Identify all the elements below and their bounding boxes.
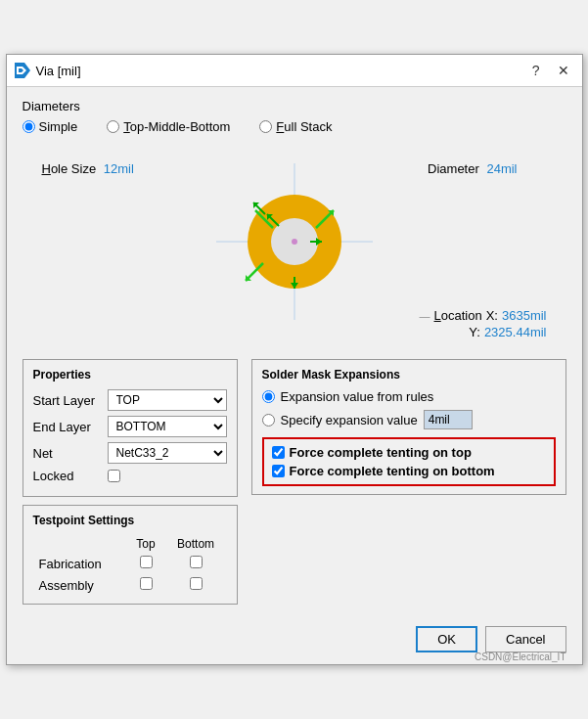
radio-top-middle-bottom[interactable]: Top-Middle-Bottom (107, 119, 230, 134)
solder-row-rules: Expansion value from rules (262, 389, 556, 404)
radio-simple[interactable]: Simple (23, 119, 78, 134)
testpoint-row-fabrication: Fabrication (33, 553, 227, 574)
svg-point-7 (292, 239, 297, 245)
radio-tmb-label: Top-Middle-Bottom (123, 119, 230, 134)
diameters-radio-group: Simple Top-Middle-Bottom Full Stack (23, 119, 566, 134)
testpoint-fabrication-top (126, 553, 164, 574)
cancel-button[interactable]: Cancel (485, 626, 565, 652)
tenting-bottom-row: Force complete tenting on bottom (272, 464, 546, 478)
via-svg-container (197, 154, 392, 333)
watermark: CSDN@Electrical_IT (475, 652, 566, 662)
diameter-label: Diameter (428, 161, 479, 176)
solder-specify-label: Specify expansion value (281, 413, 418, 427)
net-select[interactable]: NetC33_2 GND PWR (108, 442, 227, 464)
locked-label: Locked (33, 469, 102, 483)
fabrication-bottom-checkbox[interactable] (190, 556, 203, 568)
ok-button[interactable]: OK (416, 626, 477, 652)
title-bar: Via [mil] ? ✕ (7, 55, 582, 87)
solder-rules-label: Expansion value from rules (281, 389, 434, 404)
assembly-top-checkbox[interactable] (140, 577, 153, 590)
expansion-value-input[interactable] (424, 410, 473, 429)
prop-row-locked: Locked (33, 469, 227, 483)
radio-full-stack[interactable]: Full Stack (259, 119, 332, 134)
via-svg (197, 154, 392, 330)
solder-specify-radio[interactable] (262, 414, 275, 427)
title-bar-right: ? ✕ (527, 61, 574, 80)
dialog-content: Diameters Simple Top-Middle-Bottom Full … (7, 87, 582, 616)
testpoint-col-top: Top (126, 535, 164, 553)
testpoint-assembly-bottom (165, 574, 227, 596)
location-container: — Location X: 3635mil Y: 2325.44mil (420, 308, 547, 339)
hole-size-label: Hole Size (42, 161, 97, 176)
location-label-text: Location (434, 308, 482, 323)
location-y-label: Y: (469, 325, 480, 339)
app-icon (15, 63, 30, 78)
prop-row-net: Net NetC33_2 GND PWR (33, 442, 227, 464)
prop-row-end-layer: End Layer TOP BOTTOM GND PWR (33, 416, 227, 437)
location-y-value: 2325.44mil (484, 325, 547, 339)
hole-size-container: Hole Size 12mil (42, 161, 134, 176)
button-row: OK Cancel CSDN@Electrical_IT (7, 616, 582, 664)
testpoint-box: Testpoint Settings Top Bottom Fabricatio (23, 505, 238, 605)
properties-title: Properties (33, 368, 227, 382)
tenting-top-checkbox[interactable] (272, 446, 285, 459)
radio-simple-label: Simple (39, 119, 78, 134)
net-label: Net (33, 446, 102, 461)
prop-row-start-layer: Start Layer TOP BOTTOM GND PWR (33, 389, 227, 411)
fabrication-top-checkbox[interactable] (140, 556, 153, 568)
start-layer-select[interactable]: TOP BOTTOM GND PWR (108, 389, 227, 411)
solder-mask-title: Solder Mask Expansions (262, 368, 556, 382)
testpoint-fabrication-label: Fabrication (33, 553, 127, 574)
solder-row-specify: Specify expansion value (262, 410, 556, 429)
solder-rules-radio[interactable] (262, 390, 275, 403)
properties-box: Properties Start Layer TOP BOTTOM GND PW… (23, 359, 238, 497)
diameter-container: Diameter 24mil (428, 161, 517, 176)
help-button[interactable]: ? (527, 61, 545, 80)
radio-fullstack-label: Full Stack (276, 119, 332, 134)
locked-checkbox[interactable] (108, 470, 120, 482)
left-panel: Properties Start Layer TOP BOTTOM GND PW… (23, 359, 238, 605)
tenting-box: Force complete tenting on top Force comp… (262, 437, 556, 486)
location-x-value: 3635mil (502, 308, 547, 323)
testpoint-col-item (33, 535, 127, 553)
via-visual-area: Hole Size 12mil Diameter 24mil (23, 144, 566, 349)
testpoint-title: Testpoint Settings (33, 514, 227, 527)
testpoint-fabrication-bottom (165, 553, 227, 574)
close-button[interactable]: ✕ (553, 61, 574, 80)
bottom-panels: Properties Start Layer TOP BOTTOM GND PW… (23, 359, 566, 605)
tenting-top-row: Force complete tenting on top (272, 445, 546, 460)
start-layer-label: Start Layer (33, 393, 102, 408)
testpoint-assembly-top (126, 574, 164, 596)
location-label: — (420, 310, 430, 322)
radio-tmb-input[interactable] (107, 120, 119, 133)
location-x-label: X: (486, 308, 498, 323)
title-bar-left: Via [mil] (15, 63, 81, 78)
solder-mask-box: Solder Mask Expansions Expansion value f… (251, 359, 566, 495)
end-layer-label: End Layer (33, 420, 102, 434)
radio-simple-input[interactable] (23, 120, 35, 133)
diameters-section-label: Diameters (23, 99, 566, 113)
tenting-top-label: Force complete tenting on top (290, 445, 472, 460)
testpoint-row-assembly: Assembly (33, 574, 227, 596)
radio-fullstack-input[interactable] (259, 120, 272, 133)
testpoint-col-bottom: Bottom (165, 535, 227, 553)
testpoint-table: Top Bottom Fabrication Assembly (33, 535, 227, 596)
tenting-bottom-checkbox[interactable] (272, 465, 285, 477)
assembly-bottom-checkbox[interactable] (190, 577, 203, 590)
hole-size-value: 12mil (104, 161, 134, 176)
end-layer-select[interactable]: TOP BOTTOM GND PWR (108, 416, 227, 437)
right-panel: Solder Mask Expansions Expansion value f… (251, 359, 566, 605)
via-dialog: Via [mil] ? ✕ Diameters Simple Top-Middl… (6, 54, 583, 665)
title-text: Via [mil] (36, 64, 81, 78)
tenting-bottom-label: Force complete tenting on bottom (290, 464, 495, 478)
testpoint-assembly-label: Assembly (33, 574, 127, 596)
diameter-value: 24mil (486, 161, 517, 176)
